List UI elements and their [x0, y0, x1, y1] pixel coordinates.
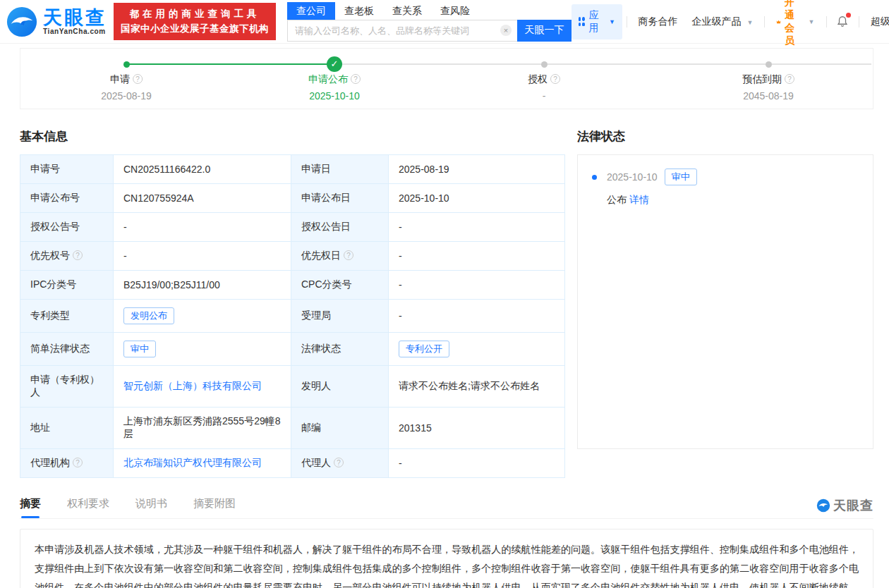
field-value: 201315 [389, 408, 565, 449]
nav-enterprise[interactable]: 企业级产品 ▼ [692, 16, 754, 28]
document-tabs: 摘要 权利要求 说明书 摘要附图 天眼查 [20, 497, 873, 519]
search-tab-relation[interactable]: 查关系 [383, 2, 431, 20]
field-label: 代理人? [291, 449, 389, 478]
search-area: 查公司 查老板 查关系 查风险 × 天眼一下 [287, 2, 572, 42]
brand-domain: TianYanCha.com [43, 27, 107, 35]
field-value: 请求不公布姓名;请求不公布姓名 [389, 366, 565, 408]
field-value: - [389, 271, 565, 300]
legal-status-badge[interactable]: 专利公开 [399, 341, 449, 357]
legal-status-detail-link[interactable]: 详情 [629, 194, 649, 205]
field-label: 优先权号? [20, 242, 114, 271]
tab-claims[interactable]: 权利要求 [67, 497, 109, 518]
field-label: 申请公布日 [291, 184, 389, 213]
table-row: 申请号 CN202511166422.0 申请日 2025-08-19 [20, 155, 565, 184]
chevron-down-icon: ▼ [809, 18, 815, 25]
field-value: 北京布瑞知识产权代理有限公司 [114, 449, 291, 478]
patent-type-badge[interactable]: 发明公布 [123, 307, 174, 324]
field-label: 授权公告号 [20, 213, 114, 242]
search-tab-risk[interactable]: 查风险 [431, 2, 479, 20]
field-label: 专利类型 [20, 300, 114, 333]
legal-status-entry: 2025-10-10 审中 公布 详情 [592, 169, 859, 207]
field-value: 上海市浦东新区秀浦路2555号29幢8层 [114, 408, 291, 449]
field-label: IPC分类号 [20, 271, 114, 300]
timeline-dot-apply [123, 61, 130, 68]
applicant-link[interactable]: 智元创新（上海）科技有限公司 [123, 380, 262, 391]
field-label: 发明人 [291, 366, 389, 408]
help-icon[interactable]: ? [73, 458, 83, 467]
help-icon[interactable]: ? [344, 250, 353, 260]
top-header: 天眼查 TianYanCha.com 都在用的商业查询工具 国家中小企业发展子基… [0, 0, 889, 44]
tianyancha-logo[interactable]: 天眼查 TianYanCha.com [6, 6, 107, 38]
search-tab-boss[interactable]: 查老板 [335, 2, 383, 20]
tab-description[interactable]: 说明书 [135, 497, 167, 518]
clear-icon[interactable]: × [500, 25, 512, 36]
field-label: 代理机构? [20, 449, 114, 478]
tianyancha-logo-icon [6, 6, 38, 38]
help-icon[interactable]: ? [73, 250, 83, 260]
notification-bell-icon[interactable] [836, 15, 849, 28]
field-value: 审中 [114, 333, 291, 366]
help-icon[interactable]: ? [351, 74, 361, 84]
table-row: 简单法律状态 审中 法律状态 专利公开 [20, 333, 565, 366]
legal-status-entry-badge[interactable]: 审中 [665, 169, 697, 185]
apps-label: 应用 [589, 9, 602, 35]
field-label: 申请（专利权）人 [20, 366, 114, 408]
chevron-down-icon: ▼ [609, 18, 615, 25]
patent-timeline: ✓ 申请? 2025-08-19 申请公布? 2025-10-10 授权? - … [20, 48, 873, 109]
field-label: 地址 [20, 408, 114, 449]
crown-icon [776, 17, 781, 27]
field-value: - [114, 213, 291, 242]
field-label: 申请公布号 [20, 184, 114, 213]
help-icon[interactable]: ? [334, 458, 344, 467]
table-row: 地址 上海市浦东新区秀浦路2555号29幢8层 邮编 201315 [20, 408, 565, 449]
tab-abstract-figure[interactable]: 摘要附图 [193, 497, 236, 518]
field-label: 优先权日? [291, 242, 389, 271]
field-value: - [389, 213, 565, 242]
field-label: CPC分类号 [291, 271, 389, 300]
legal-status-date: 2025-10-10 [607, 171, 658, 183]
search-input[interactable] [287, 20, 517, 42]
table-row: 申请（专利权）人 智元创新（上海）科技有限公司 发明人 请求不公布姓名;请求不公… [20, 366, 565, 408]
field-value: CN202511166422.0 [114, 155, 291, 184]
help-icon[interactable]: ? [133, 74, 143, 84]
field-value: 发明公布 [114, 300, 291, 333]
tab-abstract[interactable]: 摘要 [20, 497, 41, 518]
vip-button[interactable]: 开通会员 ▼ [776, 0, 815, 47]
field-value: 智元创新（上海）科技有限公司 [114, 366, 291, 408]
search-button[interactable]: 天眼一下 [517, 20, 572, 42]
table-row: 代理机构? 北京布瑞知识产权代理有限公司 代理人? - [20, 449, 565, 478]
timeline-segment-pending [339, 63, 871, 65]
field-label: 法律状态 [291, 333, 389, 366]
field-label: 简单法律状态 [20, 333, 114, 366]
check-icon: ✓ [327, 56, 342, 72]
agency-link[interactable]: 北京布瑞知识产权代理有限公司 [123, 457, 262, 468]
chevron-down-icon: ▼ [746, 19, 753, 26]
field-label: 邮编 [291, 408, 389, 449]
divider [764, 16, 765, 27]
apps-grid-icon [579, 17, 585, 26]
table-row: 授权公告号 - 授权公告日 - [20, 213, 565, 242]
field-label: 授权公告日 [291, 213, 389, 242]
field-value: B25J19/00;B25J11/00 [114, 271, 291, 300]
table-row: 优先权号? - 优先权日? - [20, 242, 565, 271]
apps-button[interactable]: 应用 ▼ [572, 4, 622, 39]
field-value: 2025-10-10 [389, 184, 565, 213]
nav-cooperation[interactable]: 商务合作 [639, 16, 678, 28]
timeline-dot-grant [541, 61, 548, 68]
help-icon[interactable]: ? [550, 74, 560, 84]
simple-legal-status-badge[interactable]: 审中 [123, 341, 156, 357]
watermark-text: 天眼查 [833, 497, 873, 514]
help-icon[interactable]: ? [785, 74, 794, 84]
timeline-step-grant: 授权? - [528, 73, 560, 102]
watermark-logo-icon [816, 498, 830, 513]
table-row: 申请公布号 CN120755924A 申请公布日 2025-10-10 [20, 184, 565, 213]
field-value: - [114, 242, 291, 271]
slogan-banner: 都在用的商业查询工具 国家中小企业发展子基金旗下机构 [114, 3, 276, 40]
field-value: - [389, 242, 565, 271]
field-value: - [389, 300, 565, 333]
search-tab-company[interactable]: 查公司 [287, 2, 335, 20]
legal-status-event: 公布 [607, 194, 627, 205]
legal-status-panel: 2025-10-10 审中 公布 详情 [577, 154, 873, 449]
nav-super-risk[interactable]: 超级风... ▼ [871, 16, 889, 28]
field-label: 申请日 [291, 155, 389, 184]
